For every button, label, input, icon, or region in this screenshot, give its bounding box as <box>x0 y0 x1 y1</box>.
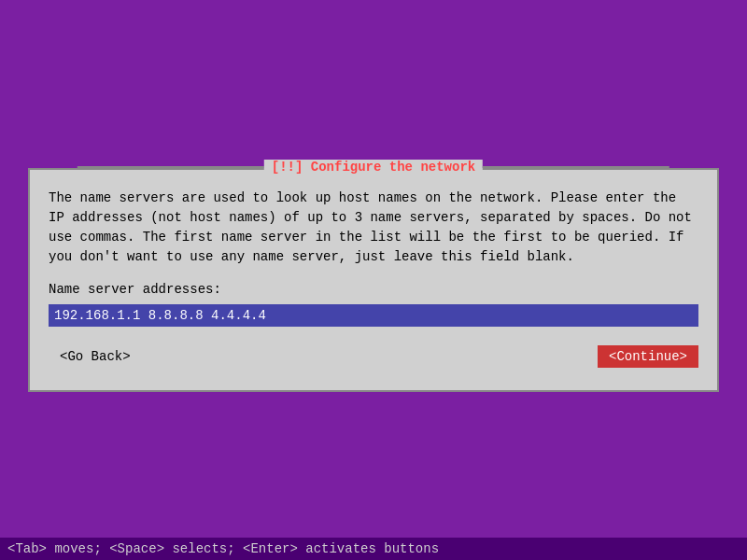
button-row: <Go Back> <Continue> <box>49 342 698 371</box>
status-bar-text: <Tab> moves; <Space> selects; <Enter> ac… <box>7 541 439 556</box>
dialog-box: [!!] Configure the network The name serv… <box>28 168 719 392</box>
title-line-right <box>483 166 669 168</box>
continue-button[interactable]: <Continue> <box>598 345 698 368</box>
description-text: The name servers are used to look up hos… <box>49 189 698 267</box>
input-label: Name server addresses: <box>49 282 698 297</box>
dialog-content: The name servers are used to look up hos… <box>30 170 717 390</box>
status-bar: <Tab> moves; <Space> selects; <Enter> ac… <box>0 538 747 560</box>
name-server-input[interactable] <box>49 304 698 327</box>
dialog-title-bar: [!!] Configure the network <box>78 160 669 175</box>
title-line-left <box>78 166 264 168</box>
go-back-button[interactable]: <Go Back> <box>49 345 142 368</box>
dialog-title: [!!] Configure the network <box>264 160 483 175</box>
